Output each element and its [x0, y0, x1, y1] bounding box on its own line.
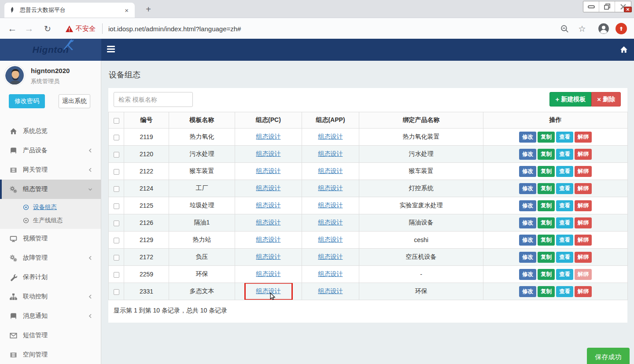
pc-config-link[interactable]: 组态设计	[256, 253, 281, 260]
row-checkbox[interactable]	[114, 186, 119, 192]
view-button[interactable]: 查看	[556, 235, 573, 246]
edit-button[interactable]: 修改	[519, 200, 536, 211]
zoom-out-icon[interactable]	[559, 18, 570, 39]
edit-button[interactable]: 修改	[519, 166, 536, 177]
sidebar-item-4[interactable]: 视频管理	[0, 229, 101, 248]
unbind-button[interactable]: 解绑	[575, 183, 592, 194]
unbind-button[interactable]: 解绑	[575, 200, 592, 211]
copy-button[interactable]: 复制	[538, 149, 555, 160]
sidebar-item-2[interactable]: 网关管理	[0, 160, 101, 180]
sidebar-item-10[interactable]: 空间管理	[0, 345, 101, 364]
user-avatar[interactable]	[4, 65, 25, 85]
bookmark-star-icon[interactable]: ☆	[577, 18, 587, 39]
not-secure-label[interactable]: 不安全	[76, 18, 96, 39]
unbind-button[interactable]: 解绑	[575, 235, 592, 246]
row-checkbox[interactable]	[114, 152, 119, 158]
pc-config-link[interactable]: 组态设计	[256, 236, 281, 243]
copy-button[interactable]: 复制	[538, 286, 555, 297]
edit-button[interactable]: 修改	[519, 286, 536, 297]
copy-button[interactable]: 复制	[538, 200, 555, 211]
edit-button[interactable]: 修改	[519, 132, 536, 143]
app-config-link[interactable]: 组态设计	[318, 150, 343, 157]
app-config-link[interactable]: 组态设计	[318, 287, 343, 294]
delete-button[interactable]: × 删除	[591, 92, 621, 107]
logout-button[interactable]: 退出系统	[59, 94, 90, 108]
app-config-link[interactable]: 组态设计	[318, 202, 343, 209]
sidebar-subitem-3-0[interactable]: 设备组态	[0, 201, 101, 214]
view-button[interactable]: 查看	[556, 166, 573, 177]
copy-button[interactable]: 复制	[538, 217, 555, 228]
row-checkbox[interactable]	[114, 203, 119, 209]
edit-button[interactable]: 修改	[519, 149, 536, 160]
row-checkbox[interactable]	[114, 289, 119, 295]
row-checkbox[interactable]	[114, 255, 119, 261]
change-password-button[interactable]: 修改密码	[9, 94, 45, 108]
edit-button[interactable]: 修改	[519, 235, 536, 246]
pc-config-link[interactable]: 组态设计	[256, 167, 281, 174]
unbind-button[interactable]: 解绑	[575, 217, 592, 228]
window-restore-button[interactable]	[599, 1, 615, 12]
sidebar-item-5[interactable]: 故障管理	[0, 248, 101, 268]
copy-button[interactable]: 复制	[538, 235, 555, 246]
row-checkbox[interactable]	[114, 135, 119, 140]
app-config-link[interactable]: 组态设计	[318, 236, 343, 243]
edit-button[interactable]: 修改	[519, 217, 536, 228]
unbind-button[interactable]: 解绑	[575, 269, 592, 280]
sidebar-item-1[interactable]: 产品设备	[0, 141, 101, 160]
copy-button[interactable]: 复制	[538, 183, 555, 194]
tab-close-icon[interactable]: ×	[123, 7, 130, 14]
row-checkbox[interactable]	[114, 272, 119, 278]
view-button[interactable]: 查看	[556, 149, 573, 160]
browser-tab[interactable]: 思普云大数据平台 ×	[4, 3, 135, 18]
app-config-link[interactable]: 组态设计	[318, 184, 343, 191]
view-button[interactable]: 查看	[556, 200, 573, 211]
unbind-button[interactable]: 解绑	[575, 149, 592, 160]
app-config-link[interactable]: 组态设计	[318, 219, 343, 226]
pc-config-link[interactable]: 组态设计	[256, 270, 281, 277]
pc-config-link[interactable]: 组态设计	[256, 133, 281, 140]
unbind-button[interactable]: 解绑	[575, 252, 592, 263]
home-icon[interactable]	[620, 46, 628, 54]
view-button[interactable]: 查看	[556, 183, 573, 194]
unbind-button[interactable]: 解绑	[575, 132, 592, 143]
sidebar-item-3[interactable]: 组态管理	[0, 180, 101, 199]
app-config-link[interactable]: 组态设计	[318, 253, 343, 260]
forward-icon[interactable]: →	[23, 18, 35, 39]
row-checkbox[interactable]	[114, 238, 119, 243]
app-config-link[interactable]: 组态设计	[318, 270, 343, 277]
url-text[interactable]: iot.idosp.net/admin/index.html?language=…	[108, 18, 241, 39]
view-button[interactable]: 查看	[556, 217, 573, 228]
edit-button[interactable]: 修改	[519, 252, 536, 263]
sidebar-item-7[interactable]: 联动控制	[0, 287, 101, 306]
copy-button[interactable]: 复制	[538, 252, 555, 263]
sidebar-subitem-3-1[interactable]: 生产线组态	[0, 214, 101, 227]
sidebar-item-8[interactable]: 消息通知	[0, 306, 101, 326]
view-button[interactable]: 查看	[556, 252, 573, 263]
window-minimize-button[interactable]	[583, 1, 599, 12]
edit-button[interactable]: 修改	[519, 269, 536, 280]
sidebar-item-0[interactable]: 系统总览	[0, 121, 101, 141]
unbind-button[interactable]: 解绑	[575, 286, 592, 297]
sidebar-item-9[interactable]: 短信管理	[0, 326, 101, 345]
profile-avatar-icon[interactable]	[598, 18, 609, 39]
search-input[interactable]	[114, 92, 193, 107]
view-button[interactable]: 查看	[556, 269, 573, 280]
row-checkbox[interactable]	[114, 221, 119, 226]
new-tab-button[interactable]: +	[143, 4, 154, 15]
app-config-link[interactable]: 组态设计	[318, 133, 343, 140]
pc-config-link[interactable]: 组态设计	[256, 184, 281, 191]
pc-config-link[interactable]: 组态设计	[256, 219, 281, 226]
row-checkbox[interactable]	[114, 169, 119, 175]
view-button[interactable]: 查看	[556, 286, 573, 297]
copy-button[interactable]: 复制	[538, 132, 555, 143]
app-config-link[interactable]: 组态设计	[318, 167, 343, 174]
view-button[interactable]: 查看	[556, 132, 573, 143]
unbind-button[interactable]: 解绑	[575, 166, 592, 177]
back-icon[interactable]: ←	[6, 18, 18, 39]
select-all-checkbox[interactable]	[114, 118, 119, 124]
copy-button[interactable]: 复制	[538, 269, 555, 280]
sidebar-item-6[interactable]: 保养计划	[0, 268, 101, 287]
window-close-button[interactable]: ✕	[615, 1, 631, 12]
edit-button[interactable]: 修改	[519, 183, 536, 194]
browser-update-icon[interactable]	[616, 18, 627, 39]
